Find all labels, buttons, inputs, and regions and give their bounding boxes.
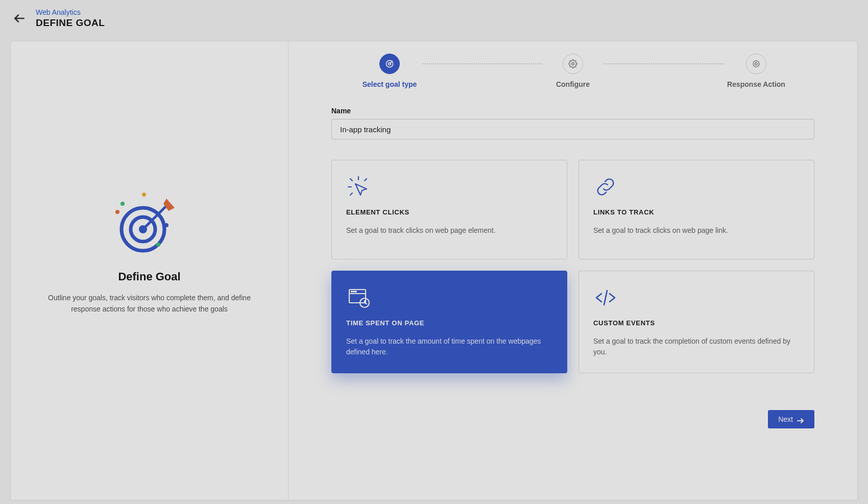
card-title: CUSTOM EVENTS — [593, 319, 800, 327]
next-button[interactable]: Next — [768, 410, 814, 428]
svg-point-6 — [115, 210, 119, 214]
svg-line-20 — [350, 193, 352, 195]
back-arrow-icon[interactable] — [12, 11, 27, 26]
card-element-clicks[interactable]: ELEMENT CLICKS Set a goal to track click… — [331, 160, 567, 259]
gear-icon — [563, 54, 583, 74]
svg-line-29 — [365, 303, 367, 304]
target-icon — [379, 54, 400, 74]
card-links-to-track[interactable]: LINKS TO TRACK Set a goal to track click… — [578, 160, 814, 259]
goal-name-input[interactable] — [331, 119, 814, 139]
step-configure[interactable]: Configure — [527, 54, 619, 88]
svg-point-24 — [351, 291, 352, 292]
svg-point-8 — [142, 193, 146, 197]
card-description: Set a goal to track clicks on web page l… — [593, 225, 800, 236]
info-side-panel: Define Goal Outline your goals, track vi… — [11, 41, 288, 500]
svg-point-26 — [355, 291, 356, 292]
card-title: ELEMENT CLICKS — [346, 208, 552, 216]
step-label: Configure — [556, 80, 590, 88]
svg-point-16 — [755, 63, 758, 65]
stepper-connector — [604, 63, 724, 64]
card-time-spent[interactable]: TIME SPENT ON PAGE Set a goal to track t… — [331, 271, 567, 373]
svg-point-9 — [164, 223, 168, 227]
cursor-click-icon — [346, 175, 371, 199]
stepper: Select goal type Configure Response Acti… — [344, 54, 802, 88]
card-custom-events[interactable]: CUSTOM EVENTS Set a goal to track the co… — [578, 271, 814, 373]
page-title: DEFINE GOAL — [36, 17, 105, 29]
step-response-action[interactable]: Response Action — [710, 54, 802, 88]
step-label: Select goal type — [363, 80, 417, 88]
step-select-goal-type[interactable]: Select goal type — [344, 54, 436, 88]
svg-line-19 — [350, 179, 352, 181]
browser-clock-icon — [346, 285, 371, 310]
breadcrumb-link[interactable]: Web Analytics — [36, 8, 105, 16]
target-illustration — [111, 189, 188, 256]
svg-point-14 — [572, 63, 574, 65]
goal-type-grid: ELEMENT CLICKS Set a goal to track click… — [331, 160, 814, 373]
name-field-label: Name — [331, 107, 814, 115]
next-button-label: Next — [778, 415, 793, 423]
svg-point-7 — [120, 202, 125, 206]
code-icon — [593, 285, 618, 310]
info-description: Outline your goals, track visitors who c… — [37, 293, 262, 315]
svg-line-21 — [365, 179, 367, 181]
link-icon — [593, 175, 618, 199]
workspace-panel: Define Goal Outline your goals, track vi… — [10, 41, 858, 500]
info-heading: Define Goal — [118, 270, 180, 283]
card-description: Set a goal to track the amount of time s… — [346, 336, 552, 357]
svg-point-10 — [156, 243, 160, 247]
svg-point-25 — [353, 291, 354, 292]
card-description: Set a goal to track the completion of cu… — [593, 336, 800, 357]
card-title: LINKS TO TRACK — [593, 208, 800, 216]
svg-line-30 — [604, 291, 607, 305]
card-title: TIME SPENT ON PAGE — [346, 319, 552, 327]
page-header: Web Analytics DEFINE GOAL — [0, 0, 868, 36]
card-description: Set a goal to track clicks on web page e… — [346, 225, 552, 236]
arrow-right-icon — [797, 417, 804, 422]
target-icon — [746, 54, 766, 74]
step-label: Response Action — [727, 80, 785, 88]
svg-point-15 — [753, 61, 759, 67]
svg-marker-5 — [163, 199, 175, 211]
form-panel: Select goal type Configure Response Acti… — [288, 41, 857, 500]
stepper-connector — [422, 63, 542, 64]
